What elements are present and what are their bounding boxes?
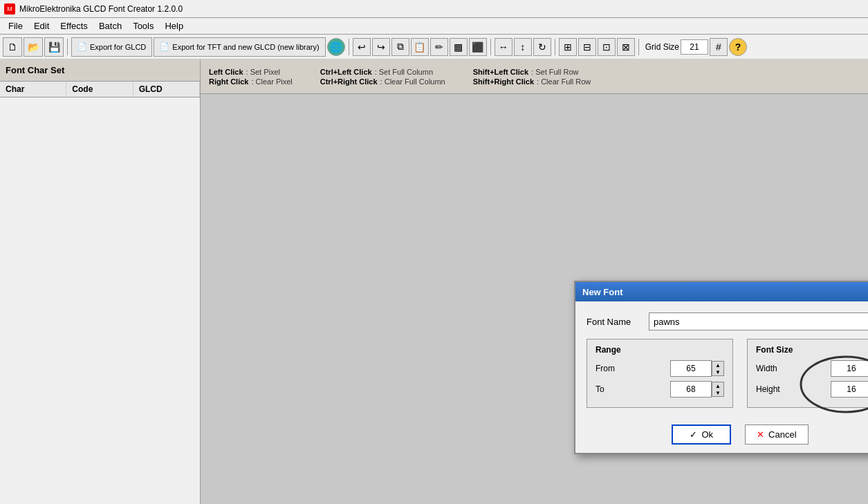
eraser-button[interactable]: ✏ xyxy=(430,38,448,56)
from-input[interactable] xyxy=(670,360,712,377)
left-panel: Font Char Set Char Code GLCD xyxy=(0,59,201,504)
export-tft-label: Export for TFT and new GLCD (new library… xyxy=(172,43,319,51)
menu-tools[interactable]: Tools xyxy=(127,19,159,32)
width-label: Width xyxy=(756,364,784,373)
left-click-key: Left Click xyxy=(209,68,243,76)
zoom-full-button[interactable]: ⊠ xyxy=(617,38,635,56)
shift-right-shortcut: Shift+Right Click : Clear Full Row xyxy=(473,77,591,86)
from-spin-down[interactable]: ▼ xyxy=(712,368,723,375)
web-button[interactable]: 🌐 xyxy=(327,38,345,56)
export-tft-icon: 📄 xyxy=(160,42,169,51)
from-row: From ▲ ▼ xyxy=(595,360,724,377)
separator-3 xyxy=(490,39,491,55)
from-spin-up[interactable]: ▲ xyxy=(712,362,723,368)
shift-right-desc: : Clear Full Row xyxy=(537,77,591,86)
menu-edit[interactable]: Edit xyxy=(28,19,55,32)
font-size-title: Font Size xyxy=(756,345,868,355)
dialog-title-bar: New Font ✕ xyxy=(575,282,868,301)
fill-button[interactable]: ▩ xyxy=(450,38,468,56)
help-button[interactable]: ? xyxy=(729,38,747,56)
cancel-button[interactable]: ✕ Cancel xyxy=(745,424,808,445)
col-code: Code xyxy=(66,82,133,97)
height-spin: ▲ ▼ xyxy=(831,381,868,398)
font-name-row: Font Name xyxy=(587,312,868,330)
font-size-section: Font Size Width ▲ ▼ xyxy=(747,339,868,408)
to-input[interactable] xyxy=(670,381,712,398)
flip-h-button[interactable]: ↔ xyxy=(495,38,513,56)
new-button[interactable]: 🗋 xyxy=(3,37,22,57)
grid-size-input[interactable] xyxy=(681,39,708,55)
height-label: Height xyxy=(756,384,784,394)
height-input[interactable] xyxy=(831,381,868,398)
left-click-desc: : Set Pixel xyxy=(246,68,281,76)
left-panel-header: Char Code GLCD xyxy=(0,82,200,97)
ctrl-right-desc: : Clear Full Column xyxy=(380,77,445,86)
to-spin-up[interactable]: ▲ xyxy=(712,382,723,389)
flip-v-button[interactable]: ↕ xyxy=(514,38,532,56)
from-spin: ▲ ▼ xyxy=(670,360,724,377)
font-char-set-label: Font Char Set xyxy=(6,65,64,75)
main-layout: Font Char Set Char Code GLCD Left Click … xyxy=(0,59,868,504)
separator-1 xyxy=(67,39,68,55)
dialog-buttons: ✓ Ok ✕ Cancel xyxy=(575,419,868,453)
copy-button[interactable]: ⧉ xyxy=(391,38,409,56)
left-click-shortcut: Left Click : Set Pixel xyxy=(209,68,293,76)
to-label: To xyxy=(595,384,623,394)
dialog-body: Font Name Range From ▲ xyxy=(575,301,868,419)
save-button[interactable]: 💾 xyxy=(44,37,64,57)
right-panel: Left Click : Set Pixel Right Click : Cle… xyxy=(201,59,868,504)
height-row: Height ▲ ▼ xyxy=(756,381,868,398)
shift-left-desc: : Set Full Row xyxy=(531,68,578,76)
toolbar: 🗋 📂 💾 📄 Export for GLCD 📄 Export for TFT… xyxy=(0,35,868,59)
menu-file[interactable]: File xyxy=(3,19,28,32)
zoom-fit-button[interactable]: ⊡ xyxy=(598,38,616,56)
to-spin-down[interactable]: ▼ xyxy=(712,389,723,396)
width-input[interactable] xyxy=(831,360,868,377)
paste-button[interactable]: 📋 xyxy=(411,38,429,56)
separator-2 xyxy=(349,39,349,55)
zoom-out-button[interactable]: ⊟ xyxy=(578,38,596,56)
grid-size-label: Grid Size xyxy=(645,42,679,52)
shift-left-key: Shift+Left Click xyxy=(473,68,528,76)
from-spin-arrows: ▲ ▼ xyxy=(712,361,724,376)
export-glcd-icon: 📄 xyxy=(77,42,87,51)
right-click-desc: : Clear Pixel xyxy=(251,77,292,86)
dialog-title: New Font xyxy=(582,287,623,297)
open-button[interactable]: 📂 xyxy=(24,37,43,57)
width-spin: ▲ ▼ xyxy=(831,360,868,377)
ok-button[interactable]: ✓ Ok xyxy=(672,424,731,445)
shortcut-bar: Left Click : Set Pixel Right Click : Cle… xyxy=(201,59,868,94)
ctrl-right-shortcut: Ctrl+Right Click : Clear Full Column xyxy=(320,77,445,86)
font-name-label: Font Name xyxy=(587,317,642,327)
invert-button[interactable]: ⬛ xyxy=(469,38,487,56)
dialog-sections: Range From ▲ ▼ T xyxy=(587,339,868,408)
ctrl-left-shortcut: Ctrl+Left Click : Set Full Column xyxy=(320,68,445,76)
grid-toggle-button[interactable]: # xyxy=(710,38,728,56)
ctrl-right-key: Ctrl+Right Click xyxy=(320,77,378,86)
to-spin-arrows: ▲ ▼ xyxy=(712,382,724,397)
app-icon: M xyxy=(4,3,15,15)
ctrl-left-desc: : Set Full Column xyxy=(375,68,433,76)
zoom-in-button[interactable]: ⊞ xyxy=(559,38,577,56)
menu-batch[interactable]: Batch xyxy=(93,19,127,32)
export-glcd-button[interactable]: 📄 Export for GLCD xyxy=(71,37,152,57)
font-name-input[interactable] xyxy=(649,312,868,330)
from-label: From xyxy=(595,364,623,373)
ok-checkmark: ✓ xyxy=(690,429,697,440)
shift-left-shortcut: Shift+Left Click : Set Full Row xyxy=(473,68,591,76)
rotate-button[interactable]: ↻ xyxy=(533,38,551,56)
to-spin: ▲ ▼ xyxy=(670,381,724,398)
separator-5 xyxy=(638,39,639,55)
shortcut-group-2: Ctrl+Left Click : Set Full Column Ctrl+R… xyxy=(320,68,445,86)
app-title: MikroElektronika GLCD Font Creator 1.2.0… xyxy=(19,4,183,14)
menu-effects[interactable]: Effects xyxy=(55,19,93,32)
width-row: Width ▲ ▼ xyxy=(756,360,868,377)
col-glcd: GLCD xyxy=(133,82,200,97)
undo-button[interactable]: ↩ xyxy=(353,38,371,56)
export-tft-button[interactable]: 📄 Export for TFT and new GLCD (new libra… xyxy=(154,37,325,57)
export-glcd-label: Export for GLCD xyxy=(90,43,146,51)
title-bar: M MikroElektronika GLCD Font Creator 1.2… xyxy=(0,0,868,18)
redo-button[interactable]: ↪ xyxy=(372,38,390,56)
shift-right-key: Shift+Right Click xyxy=(473,77,534,86)
menu-help[interactable]: Help xyxy=(159,19,189,32)
